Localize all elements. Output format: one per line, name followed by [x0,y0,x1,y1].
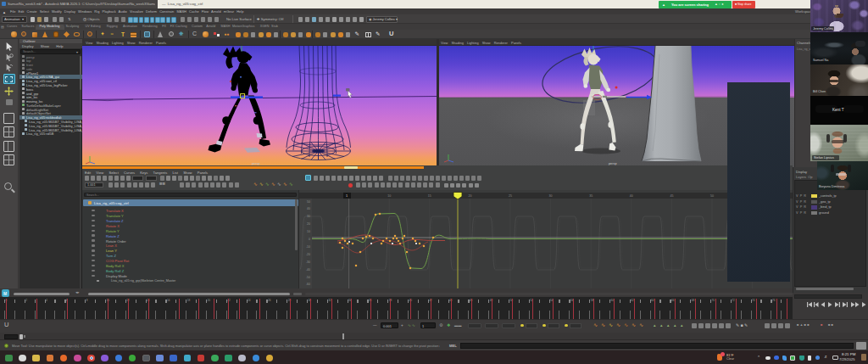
svg-text:-40: -40 [306,268,310,272]
svg-text:25: 25 [509,194,512,198]
svg-text:45: 45 [670,194,673,198]
svg-text:1: 1 [346,194,348,198]
svg-text:-60: -60 [306,283,310,286]
svg-text:-20: -20 [306,253,310,256]
svg-text:30: 30 [549,194,553,198]
svg-text:15: 15 [428,194,431,198]
svg-text:0: 0 [309,238,310,241]
svg-text:-50: -50 [306,276,310,279]
svg-text:50: 50 [307,200,310,204]
svg-text:-30: -30 [306,260,310,264]
svg-text:40: 40 [307,207,310,210]
svg-text:-10: -10 [306,245,310,249]
svg-text:50: 50 [710,194,714,198]
svg-text:20: 20 [468,194,471,198]
svg-text:10: 10 [387,194,391,198]
svg-text:35: 35 [589,194,593,198]
svg-text:20: 20 [307,222,310,226]
svg-text:10: 10 [307,230,310,233]
svg-text:40: 40 [630,194,633,198]
